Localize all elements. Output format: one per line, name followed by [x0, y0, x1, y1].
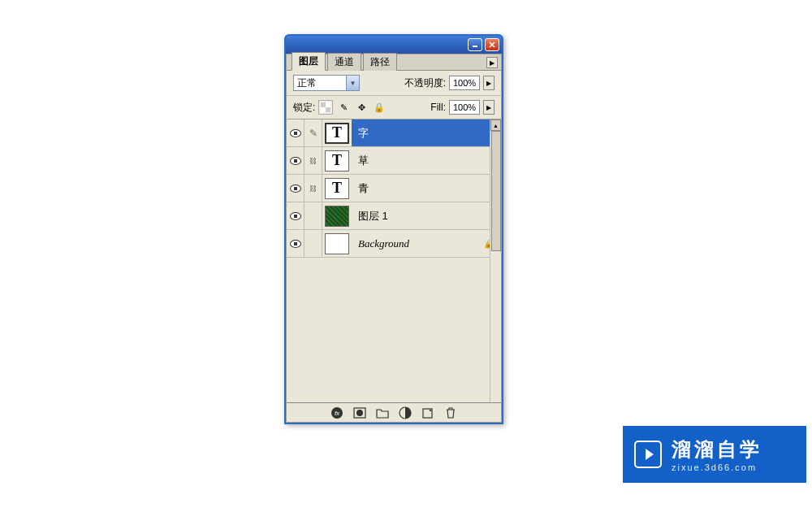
layers-panel-window: 图层 通道 路径 ▶ 正常 ▼ 不透明度: 100% ▶ 锁定: ✎ — [284, 34, 503, 424]
svg-rect-2 — [321, 102, 326, 107]
layer-mask-button[interactable] — [352, 406, 367, 420]
visibility-toggle[interactable] — [287, 202, 304, 229]
scroll-up-button[interactable]: ▲ — [490, 119, 501, 131]
layer-row[interactable]: T 青 — [287, 175, 501, 202]
close-button[interactable] — [485, 38, 499, 51]
visibility-toggle[interactable] — [287, 175, 304, 202]
tabs-row: 图层 通道 路径 ▶ — [287, 54, 501, 71]
checker-icon — [321, 102, 330, 112]
lock-label: 锁定: — [293, 101, 315, 115]
link-indicator[interactable] — [304, 175, 322, 202]
fill-label: Fill: — [430, 102, 446, 113]
edit-indicator[interactable] — [304, 119, 322, 146]
fill-input[interactable]: 100% — [449, 100, 480, 115]
blend-mode-select[interactable]: 正常 ▼ — [293, 75, 360, 91]
svg-text:fx: fx — [335, 410, 340, 417]
eye-icon — [290, 212, 301, 220]
visibility-toggle[interactable] — [287, 119, 304, 146]
text-layer-thumbnail[interactable]: T — [325, 150, 349, 172]
link-indicator[interactable] — [304, 147, 322, 174]
layer-thumbnail-cell — [322, 202, 352, 229]
bottom-toolbar: fx — [287, 402, 501, 422]
eye-icon — [290, 185, 301, 193]
tab-layers[interactable]: 图层 — [292, 52, 326, 71]
layer-name[interactable]: 青 — [352, 175, 501, 202]
panel-menu-button[interactable]: ▶ — [486, 57, 498, 68]
lock-transparent-button[interactable] — [318, 100, 333, 115]
layer-thumbnail-cell: T — [322, 147, 352, 174]
mask-icon — [353, 407, 366, 419]
brand-title: 溜溜自学 — [672, 436, 762, 462]
text-layer-thumbnail[interactable]: T — [325, 178, 349, 199]
titlebar — [286, 36, 502, 54]
tab-channels[interactable]: 通道 — [327, 53, 361, 71]
minimize-button[interactable] — [468, 38, 482, 51]
link-indicator[interactable] — [304, 202, 322, 229]
image-layer-thumbnail[interactable] — [325, 206, 349, 227]
svg-rect-0 — [473, 46, 477, 47]
brand-badge: 溜溜自学 zixue.3d66.com — [623, 426, 806, 483]
opacity-label: 不透明度: — [404, 76, 446, 90]
layer-row[interactable]: T 字 — [287, 119, 501, 147]
trash-icon — [445, 406, 456, 419]
layer-name[interactable]: 字 — [352, 119, 501, 146]
brush-icon — [309, 128, 317, 139]
adjustment-layer-button[interactable] — [398, 406, 412, 420]
link-indicator[interactable] — [304, 230, 322, 257]
opacity-input[interactable]: 100% — [449, 76, 480, 90]
lock-all-button[interactable]: 🔒 — [372, 100, 387, 115]
layer-thumbnail-cell: T — [322, 119, 352, 146]
panel-body: 图层 通道 路径 ▶ 正常 ▼ 不透明度: 100% ▶ 锁定: ✎ — [286, 54, 502, 423]
layer-name[interactable]: 图层 1 — [352, 202, 501, 229]
new-group-button[interactable] — [375, 406, 390, 420]
layer-style-button[interactable]: fx — [330, 406, 344, 420]
brand-url: zixue.3d66.com — [672, 462, 762, 472]
layer-name-text: Background — [358, 237, 409, 250]
layer-thumbnail-cell — [322, 230, 352, 257]
brand-logo-icon — [634, 441, 662, 468]
blend-opacity-row: 正常 ▼ 不透明度: 100% ▶ — [287, 71, 501, 96]
scroll-thumb[interactable] — [491, 131, 501, 251]
opacity-slider-button[interactable]: ▶ — [483, 76, 495, 90]
move-icon: ✥ — [358, 102, 365, 113]
lock-image-button[interactable]: ✎ — [336, 100, 351, 115]
tab-paths[interactable]: 路径 — [363, 53, 397, 71]
eye-icon — [290, 240, 301, 248]
visibility-toggle[interactable] — [287, 230, 304, 257]
layer-thumbnail-cell: T — [322, 175, 352, 202]
new-layer-button[interactable] — [421, 406, 435, 420]
delete-layer-button[interactable] — [443, 406, 458, 420]
layer-list: T 字 T 草 T 青 — [287, 119, 501, 402]
layer-row[interactable]: 图层 1 — [287, 202, 501, 230]
eye-icon — [290, 157, 301, 165]
svg-point-7 — [356, 410, 363, 416]
folder-icon — [376, 407, 389, 419]
text-layer-thumbnail[interactable]: T — [325, 123, 349, 144]
link-icon — [309, 156, 317, 165]
blend-mode-value: 正常 — [297, 76, 317, 90]
link-icon — [309, 184, 317, 193]
svg-rect-3 — [326, 107, 330, 112]
layer-name[interactable]: Background 🔒 — [352, 230, 501, 257]
new-icon — [421, 407, 434, 419]
blend-dropdown-arrow-icon: ▼ — [346, 76, 359, 90]
visibility-toggle[interactable] — [287, 147, 304, 174]
fx-icon: fx — [330, 406, 343, 419]
eye-icon — [290, 129, 301, 137]
layer-row[interactable]: T 草 — [287, 147, 501, 175]
layer-name[interactable]: 草 — [352, 147, 501, 174]
lock-icon: 🔒 — [374, 102, 385, 113]
lock-position-button[interactable]: ✥ — [354, 100, 369, 115]
brand-text: 溜溜自学 zixue.3d66.com — [672, 436, 762, 472]
scrollbar[interactable]: ▲ — [490, 119, 501, 402]
adjustment-icon — [399, 406, 412, 419]
layer-row[interactable]: Background 🔒 — [287, 230, 501, 258]
lock-fill-row: 锁定: ✎ ✥ 🔒 Fill: 100% ▶ — [287, 96, 501, 119]
fill-slider-button[interactable]: ▶ — [483, 100, 495, 115]
background-thumbnail[interactable] — [325, 233, 349, 254]
brush-icon: ✎ — [340, 102, 348, 113]
